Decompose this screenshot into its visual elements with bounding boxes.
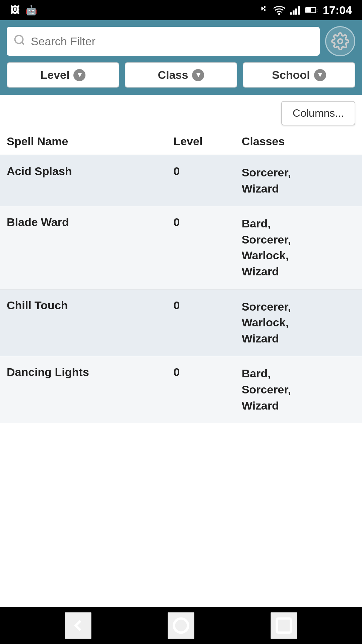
spell-table: Acid Splash 0 Sorcerer,Wizard Blade Ward…	[0, 155, 362, 607]
spell-name-chill-touch: Chill Touch	[7, 299, 173, 312]
filter-level-button[interactable]: Level	[7, 62, 119, 88]
table-row[interactable]: Acid Splash 0 Sorcerer,Wizard	[0, 155, 362, 206]
nav-back-button[interactable]	[65, 612, 92, 639]
spell-level-chill-touch: 0	[173, 299, 241, 312]
search-icon	[13, 34, 25, 49]
filter-class-label: Class	[158, 68, 188, 82]
svg-point-0	[278, 13, 280, 15]
svg-line-10	[22, 42, 24, 44]
table-row[interactable]: Dancing Lights 0 Bard,Sorcerer,Wizard	[0, 356, 362, 423]
signal-icon	[290, 5, 301, 15]
svg-point-9	[15, 35, 23, 43]
svg-rect-2	[293, 10, 295, 15]
header-classes: Classes	[242, 135, 355, 148]
columns-button[interactable]: Columns...	[281, 101, 355, 125]
status-bar-right: 17:04	[259, 4, 352, 17]
spell-classes-dancing-lights: Bard,Sorcerer,Wizard	[242, 366, 355, 414]
table-row[interactable]: Chill Touch 0 Sorcerer,Warlock,Wizard	[0, 289, 362, 357]
bluetooth-icon	[259, 4, 268, 16]
svg-point-11	[338, 39, 343, 44]
image-icon: 🖼	[10, 5, 19, 16]
svg-rect-1	[290, 12, 292, 15]
status-bar: 🖼 🤖 17:04	[0, 0, 362, 20]
status-time: 17:04	[323, 4, 352, 17]
nav-home-button[interactable]	[168, 612, 194, 639]
toolbar	[0, 20, 362, 62]
filter-row: Level Class School	[0, 62, 362, 95]
spell-classes-blade-ward: Bard,Sorcerer,Warlock,Wizard	[242, 216, 355, 279]
spell-level-acid-splash: 0	[173, 165, 241, 178]
search-input[interactable]	[31, 35, 313, 48]
class-chevron-icon	[192, 69, 204, 81]
spell-name-dancing-lights: Dancing Lights	[7, 366, 173, 379]
main-content: Columns... Spell Name Level Classes Acid…	[0, 95, 362, 607]
svg-rect-3	[295, 8, 297, 14]
columns-row: Columns...	[0, 95, 362, 131]
status-bar-left: 🖼 🤖	[10, 5, 37, 16]
spell-level-blade-ward: 0	[173, 216, 241, 229]
spell-name-acid-splash: Acid Splash	[7, 165, 173, 178]
school-chevron-icon	[314, 69, 326, 81]
table-header: Spell Name Level Classes	[0, 131, 362, 155]
table-row[interactable]: Blade Ward 0 Bard,Sorcerer,Warlock,Wizar…	[0, 206, 362, 289]
nav-recent-button[interactable]	[270, 612, 297, 639]
svg-rect-6	[306, 8, 311, 12]
settings-button[interactable]	[325, 26, 355, 56]
spell-classes-chill-touch: Sorcerer,Warlock,Wizard	[242, 299, 355, 347]
svg-point-12	[174, 619, 188, 633]
svg-rect-4	[298, 6, 300, 15]
filter-class-button[interactable]: Class	[125, 62, 237, 88]
search-container[interactable]	[7, 27, 320, 56]
filter-school-button[interactable]: School	[243, 62, 355, 88]
spell-level-dancing-lights: 0	[173, 366, 241, 379]
filter-level-label: Level	[41, 68, 70, 82]
wifi-icon	[273, 5, 285, 15]
battery-icon	[305, 6, 318, 14]
svg-rect-13	[277, 619, 291, 633]
header-level: Level	[173, 135, 241, 148]
android-icon: 🤖	[25, 5, 37, 16]
spell-name-blade-ward: Blade Ward	[7, 216, 173, 229]
filter-school-label: School	[272, 68, 310, 82]
level-chevron-icon	[73, 69, 85, 81]
nav-bar	[0, 607, 362, 644]
spell-classes-acid-splash: Sorcerer,Wizard	[242, 165, 355, 197]
header-spell-name: Spell Name	[7, 135, 173, 148]
